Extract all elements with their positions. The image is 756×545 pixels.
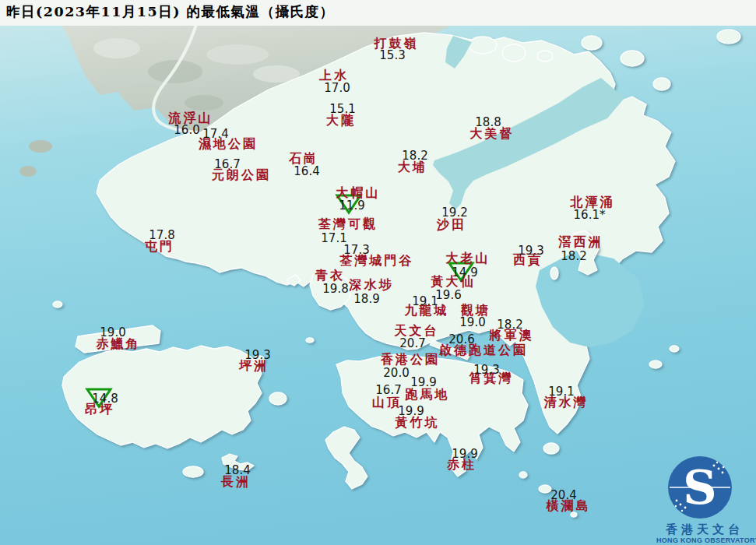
hko-logo: S 香港天文台 HONG KONG OBSERVATORY (656, 445, 753, 544)
hei-ling-chau-island (269, 392, 287, 405)
station-value: 20.7 (399, 338, 425, 350)
mirs-bay-island (653, 78, 670, 90)
station-value: 18.2 (497, 319, 522, 331)
station-name: 香港公園 (381, 353, 440, 366)
mirs-bay-island (537, 51, 553, 62)
station-value: 16.7 (214, 159, 240, 171)
station-value: 16.4 (294, 166, 319, 178)
station-value: 16.7 (375, 385, 401, 396)
hk-min-temperature-map: 昨日(2023年11月15日) 的最低氣溫（攝氏度） 打鼓嶺15.3上水17.0… (0, 0, 756, 545)
station-value: 14.8 (92, 393, 118, 405)
station-value: 17.4 (202, 128, 228, 140)
station-value: 19.1 (548, 386, 574, 398)
station-value: 18.8 (475, 117, 501, 128)
station-name: 長洲 (221, 476, 251, 488)
station-name: 黃大仙 (431, 276, 476, 288)
station-value: 19.6 (435, 290, 461, 301)
station-name: 大老山 (446, 252, 491, 265)
station-name: 屯門 (145, 241, 174, 253)
small-island (519, 472, 527, 478)
northeast-island (717, 30, 740, 44)
deep-bay-islet (29, 140, 52, 153)
station-name: 大美督 (470, 128, 515, 140)
station-value: 19.9 (452, 448, 477, 460)
station-value: 20.6 (448, 334, 474, 346)
station-name: 跑馬地 (406, 389, 450, 401)
station-value: 20.0 (383, 367, 409, 379)
station-value: 18.2 (561, 251, 586, 262)
station-value: 19.0 (459, 317, 485, 329)
station-value: 11.9 (339, 200, 364, 212)
station-value: 20.4 (550, 490, 576, 501)
station-value: 18.9 (353, 294, 379, 305)
shek-kwu-chau-island (183, 466, 203, 477)
tung-lung-island (543, 443, 559, 454)
station-name: 荃灣可觀 (318, 218, 378, 230)
mirs-bay-island (502, 44, 526, 62)
station-value: 19.3 (473, 364, 499, 376)
mirs-bay-island (582, 36, 602, 50)
station-value: 15.3 (379, 50, 405, 62)
mirs-bay-island (621, 51, 644, 66)
station-name: 滘西洲 (559, 236, 603, 248)
hko-logo-emblem: S (656, 445, 753, 520)
ninepin-island (649, 360, 662, 368)
station-value: 17.8 (149, 230, 174, 241)
station-name: 大隴 (326, 114, 356, 127)
station-value: 17.3 (343, 244, 369, 256)
ninepin-island (670, 346, 679, 352)
station-name: 大埔 (398, 161, 427, 174)
hko-logo-name-zh: 香港天文台 (656, 523, 753, 536)
station-name: 山頂 (372, 396, 402, 409)
station-name: 青衣 (315, 269, 345, 282)
station-name: 深水埗 (350, 279, 394, 291)
station-value: 19.1 (412, 296, 438, 308)
po-toi-island (539, 485, 551, 493)
mirs-bay-island (469, 37, 497, 54)
sha-chau-island (53, 301, 62, 308)
station-value: 18.2 (402, 150, 427, 162)
deep-bay-islet (19, 166, 37, 177)
station-value: 19.8 (322, 283, 348, 295)
sharp-island (550, 267, 558, 280)
station-value: 19.0 (100, 327, 125, 339)
station-name: 赤鱲角 (97, 338, 141, 350)
station-value: 16.1* (574, 209, 606, 221)
station-value: 16.0 (174, 125, 199, 136)
station-name: 沙田 (437, 219, 466, 231)
map-base-geography (0, 0, 756, 545)
svg-text:S: S (683, 460, 716, 515)
hko-logo-name-en: HONG KONG OBSERVATORY (656, 536, 753, 545)
station-value: 19.3 (244, 350, 270, 361)
station-value: 19.9 (410, 377, 436, 389)
station-value: 15.1 (329, 104, 355, 115)
kau-yi-chau-island (306, 338, 314, 343)
station-value: 19.3 (518, 245, 543, 257)
station-value: 19.9 (398, 406, 424, 417)
station-value: 18.4 (224, 465, 250, 476)
station-value: 19.2 (441, 207, 467, 219)
station-name: 黃竹坑 (396, 417, 440, 429)
map-title: 昨日(2023年11月15日) 的最低氣溫（攝氏度） (6, 2, 335, 21)
station-value: 17.0 (324, 83, 350, 94)
